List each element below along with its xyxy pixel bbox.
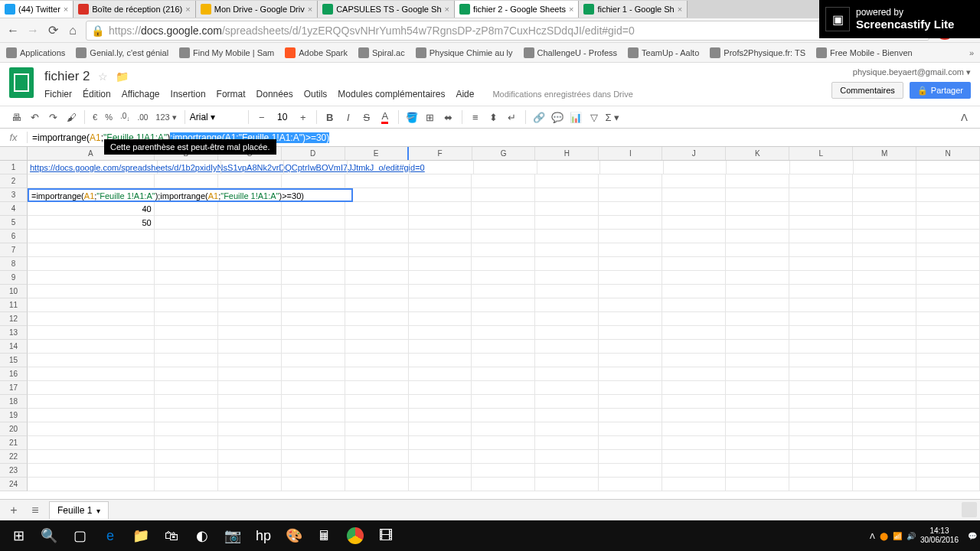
hp-icon[interactable]: hp — [248, 521, 279, 550]
menu-affichage[interactable]: Affichage — [122, 89, 160, 99]
cell[interactable] — [535, 436, 599, 449]
cell[interactable] — [472, 174, 535, 187]
cell[interactable] — [535, 450, 599, 463]
cell[interactable] — [789, 271, 853, 284]
cell[interactable] — [916, 395, 980, 408]
cell[interactable] — [409, 326, 472, 339]
cell[interactable] — [282, 326, 345, 339]
cell[interactable] — [409, 381, 472, 394]
menu-insertion[interactable]: Insertion — [171, 89, 206, 99]
cell[interactable] — [789, 409, 853, 422]
cell[interactable] — [155, 436, 218, 449]
cell[interactable] — [662, 174, 726, 187]
cell[interactable] — [916, 354, 980, 367]
cell[interactable] — [282, 202, 345, 215]
cell[interactable] — [155, 354, 218, 367]
cell[interactable] — [282, 298, 345, 311]
cell[interactable] — [726, 312, 789, 325]
cell[interactable] — [28, 464, 155, 477]
row-header[interactable]: 11 — [0, 298, 28, 312]
cell[interactable] — [282, 409, 345, 422]
cell[interactable] — [662, 271, 726, 284]
cell[interactable] — [535, 478, 599, 491]
cell[interactable] — [345, 202, 409, 215]
cell[interactable] — [345, 312, 409, 325]
align-h-icon[interactable]: ≡ — [467, 109, 484, 126]
cell[interactable] — [853, 381, 916, 394]
grid-row[interactable] — [28, 409, 980, 422]
cell[interactable] — [28, 409, 155, 422]
cell[interactable] — [789, 367, 853, 380]
col-header-N[interactable]: N — [916, 147, 980, 160]
cell[interactable] — [916, 230, 980, 243]
cell[interactable] — [218, 422, 282, 435]
italic-button[interactable]: I — [340, 109, 357, 126]
col-header-D[interactable]: D — [282, 147, 345, 160]
grid-row[interactable] — [28, 436, 980, 450]
comments-button[interactable]: Commentaires — [831, 82, 903, 99]
cell[interactable] — [282, 216, 345, 229]
cell[interactable] — [726, 257, 789, 270]
cell[interactable] — [789, 381, 853, 394]
cell[interactable] — [218, 478, 282, 491]
currency-button[interactable]: € — [90, 112, 100, 122]
font-select[interactable]: Arial ▾ — [190, 112, 243, 122]
cell[interactable] — [282, 285, 345, 298]
col-header-H[interactable]: H — [535, 147, 599, 160]
cell[interactable] — [282, 464, 345, 477]
filter-icon[interactable]: ▽ — [586, 109, 603, 126]
cell[interactable] — [599, 450, 662, 463]
row-header[interactable]: 10 — [0, 285, 28, 298]
cell[interactable] — [409, 367, 472, 380]
cell[interactable]: https://docs.google.com/spreadsheets/d/1… — [28, 161, 158, 174]
cell[interactable] — [535, 395, 599, 408]
menu-aide[interactable]: Aide — [456, 89, 474, 99]
cell[interactable] — [345, 367, 409, 380]
cell[interactable] — [599, 409, 662, 422]
grid-row[interactable] — [28, 340, 980, 354]
cell[interactable] — [853, 464, 916, 477]
cell[interactable] — [535, 216, 599, 229]
cell[interactable] — [599, 478, 662, 491]
bookmark-spiral[interactable]: Spiral.ac — [358, 47, 405, 58]
cell[interactable] — [28, 312, 155, 325]
row-header[interactable]: 19 — [0, 409, 28, 422]
cell[interactable] — [727, 161, 790, 174]
cell[interactable] — [599, 354, 662, 367]
cell[interactable] — [853, 230, 916, 243]
bold-button[interactable]: B — [322, 109, 338, 126]
cell[interactable] — [28, 230, 155, 243]
grid-row[interactable] — [28, 257, 980, 271]
explore-button[interactable] — [962, 502, 977, 517]
cell[interactable] — [916, 340, 980, 353]
chrome-icon[interactable] — [340, 521, 371, 550]
cell[interactable] — [726, 202, 789, 215]
cell[interactable] — [218, 174, 282, 187]
increase-decimal-button[interactable]: .00 — [134, 113, 151, 122]
collapse-toolbar-icon[interactable]: ᐱ — [956, 109, 972, 126]
cell[interactable] — [474, 161, 537, 174]
cell[interactable] — [789, 464, 853, 477]
tray-icon[interactable]: ⬤ — [880, 532, 888, 540]
tab-drive[interactable]: Mon Drive - Google Driv× — [196, 1, 318, 18]
cell[interactable] — [282, 174, 345, 187]
cell[interactable] — [472, 478, 535, 491]
close-icon[interactable]: × — [569, 5, 573, 14]
cell[interactable] — [789, 230, 853, 243]
cell[interactable] — [409, 285, 472, 298]
tab-fichier2[interactable]: fichier 2 - Google Sheets× — [455, 1, 580, 18]
cell[interactable] — [155, 257, 218, 270]
row-header[interactable]: 8 — [0, 257, 28, 271]
cell[interactable] — [472, 367, 535, 380]
grid-row[interactable] — [28, 367, 980, 381]
cell[interactable] — [28, 298, 155, 311]
cell[interactable] — [916, 161, 980, 174]
cell[interactable] — [537, 161, 601, 174]
cell[interactable] — [28, 340, 155, 353]
cell[interactable] — [789, 340, 853, 353]
cell[interactable] — [28, 326, 155, 339]
row-header[interactable]: 21 — [0, 436, 28, 450]
cell[interactable] — [853, 188, 916, 201]
cell[interactable] — [155, 285, 218, 298]
cell[interactable] — [535, 271, 599, 284]
